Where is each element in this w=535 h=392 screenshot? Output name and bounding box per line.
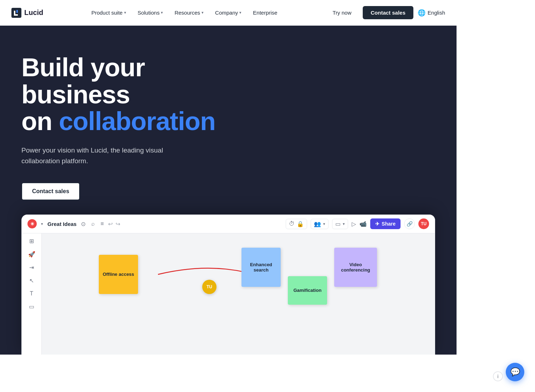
layout-icon[interactable]: ⊞	[29, 238, 34, 244]
sticky-note-gamification[interactable]: Gamification	[288, 276, 327, 305]
nav-links: Product suite ▾ Solutions ▾ Resources ▾ …	[86, 7, 282, 19]
chevron-down-icon: ▾	[239, 10, 241, 15]
toolbar-icons: ⊙ ⌕ ≡	[81, 221, 104, 227]
chevron-down-icon: ▾	[124, 10, 126, 15]
menu-icon[interactable]: ≡	[101, 221, 104, 227]
globe-icon: 🌐	[418, 9, 426, 17]
nav-actions: Try now Contact sales 🌐 English	[325, 6, 445, 19]
hero-content: Build your business on collaboration Pow…	[21, 54, 243, 200]
logo-icon	[11, 8, 21, 18]
language-selector[interactable]: 🌐 English	[418, 9, 445, 17]
users-icon[interactable]: 👥	[314, 221, 321, 227]
canvas-main[interactable]: Offline access Enhanced search Gamificat…	[42, 233, 435, 355]
canvas-area: ⊞ 🚀 ⇥ ↖ T ▭	[22, 233, 435, 355]
toolbar-left: ✳ ▾ Great Ideas ⊙ ⌕ ≡ ↩ ↪	[27, 219, 120, 228]
avatar: TU	[418, 218, 429, 229]
mockup-toolbar: ✳ ▾ Great Ideas ⊙ ⌕ ≡ ↩ ↪ ⏱ 🔒	[22, 215, 435, 233]
nav-company[interactable]: Company ▾	[210, 7, 246, 19]
nav-product-suite[interactable]: Product suite ▾	[86, 7, 131, 19]
timer-icon[interactable]: ⏱	[289, 221, 295, 227]
canvas-sidebar: ⊞ 🚀 ⇥ ↖ T ▭	[22, 233, 42, 355]
link-button[interactable]: 🔗	[404, 218, 415, 229]
toolbar-right: ⏱ 🔒 👥 ▾ ▭ ▾ ▷ 📹 ✈ Share 🔗 TU	[286, 218, 429, 229]
try-now-button[interactable]: Try now	[325, 7, 358, 19]
contact-sales-nav-button[interactable]: Contact sales	[363, 6, 413, 19]
hero-subtext: Power your vision with Lucid, the leadin…	[21, 145, 193, 167]
rectangle-icon[interactable]: ▭	[29, 303, 34, 310]
share-button[interactable]: ✈ Share	[370, 218, 401, 229]
app-mockup: ✳ ▾ Great Ideas ⊙ ⌕ ≡ ↩ ↪ ⏱ 🔒	[21, 215, 435, 355]
present-icon[interactable]: ▷	[352, 221, 356, 227]
toolbar-logo[interactable]: ✳	[27, 219, 37, 228]
logo[interactable]: Lucid	[11, 8, 43, 18]
share-icon: ✈	[375, 221, 379, 227]
undo-icon[interactable]: ↩	[108, 221, 113, 227]
redo-icon[interactable]: ↪	[116, 221, 120, 227]
logo-text: Lucid	[24, 9, 43, 17]
text-icon[interactable]: T	[30, 290, 34, 297]
import-icon[interactable]: ⇥	[29, 264, 34, 271]
chevron-down-icon: ▾	[161, 10, 163, 15]
sticky-note-offline-access[interactable]: Offline access	[99, 255, 138, 294]
share-link-icon[interactable]: ⊙	[81, 221, 86, 227]
nav-solutions[interactable]: Solutions ▾	[133, 7, 168, 19]
users-chevron-icon[interactable]: ▾	[323, 222, 325, 226]
chevron-down-icon: ▾	[202, 10, 204, 15]
frame-chevron-icon[interactable]: ▾	[343, 222, 345, 226]
hero-contact-sales-button[interactable]: Contact sales	[21, 182, 80, 200]
rocket-icon[interactable]: 🚀	[28, 251, 35, 258]
main-nav: Lucid Product suite ▾ Solutions ▾ Resour…	[0, 0, 457, 26]
hero-headline: Build your business on collaboration	[21, 54, 243, 135]
collab-group: 👥 ▾	[311, 219, 328, 229]
timer-group: ⏱ 🔒	[286, 219, 307, 229]
canvas-user-pin: TU	[202, 280, 216, 294]
nav-enterprise[interactable]: Enterprise	[248, 7, 282, 19]
camera-icon[interactable]: 📹	[360, 221, 367, 227]
frame-icon[interactable]: ▭	[335, 221, 341, 227]
undo-redo-group: ↩ ↪	[108, 221, 120, 227]
sticky-note-enhanced-search[interactable]: Enhanced search	[241, 248, 281, 287]
toolbar-chevron-icon[interactable]: ▾	[41, 222, 43, 226]
nav-resources[interactable]: Resources ▾	[169, 7, 209, 19]
search-icon[interactable]: ⌕	[91, 221, 95, 227]
sticky-note-video-conferencing[interactable]: Video conferencing	[334, 248, 377, 287]
lock-icon[interactable]: 🔒	[297, 221, 304, 227]
toolbar-document-title: Great Ideas	[47, 221, 77, 227]
hero-section: Build your business on collaboration Pow…	[0, 26, 457, 355]
view-group: ▭ ▾	[332, 219, 348, 229]
cursor-icon[interactable]: ↖	[29, 277, 34, 284]
